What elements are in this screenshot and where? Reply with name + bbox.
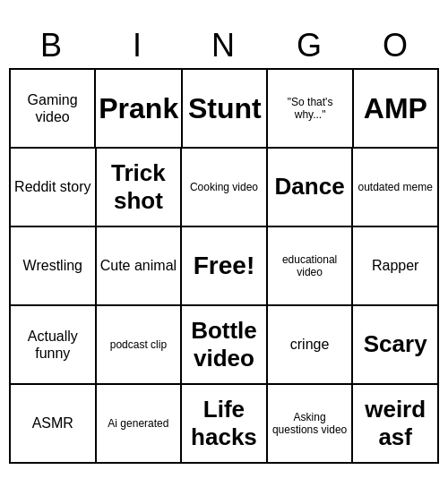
bingo-cell: cringe <box>268 306 354 385</box>
bingo-cell: Prank <box>96 70 183 149</box>
cell-text: Ai generated <box>108 417 168 430</box>
cell-text: Bottle video <box>185 317 263 372</box>
cell-text: Cute animal <box>100 257 177 274</box>
cell-text: podcast clip <box>110 338 167 351</box>
bingo-cell: outdated meme <box>353 149 439 227</box>
cell-text: Cooking video <box>190 181 258 193</box>
bingo-row: Reddit storyTrick shotCooking videoDance… <box>11 149 439 227</box>
bingo-cell: Actually funny <box>11 306 97 385</box>
header-letter: I <box>95 23 181 68</box>
bingo-cell: Stunt <box>183 70 268 149</box>
bingo-cell: Cute animal <box>97 227 183 306</box>
bingo-cell: Wrestling <box>11 227 97 306</box>
cell-text: outdated meme <box>358 181 432 193</box>
bingo-cell: weird asf <box>353 385 439 464</box>
bingo-cell: Scary <box>353 306 439 385</box>
cell-text: "So that's why..." <box>271 96 349 122</box>
bingo-cell: podcast clip <box>97 306 183 385</box>
cell-text: Free! <box>194 251 254 281</box>
bingo-card: BINGO Gaming videoPrankStunt"So that's w… <box>9 23 439 464</box>
bingo-cell: Life hacks <box>182 385 268 464</box>
header-letter: N <box>181 23 267 68</box>
bingo-cell: educational video <box>268 227 354 306</box>
cell-text: Life hacks <box>185 396 263 451</box>
bingo-cell: Free! <box>182 227 268 306</box>
cell-text: educational video <box>271 253 349 279</box>
bingo-cell: Rapper <box>353 227 439 306</box>
cell-text: cringe <box>290 336 330 353</box>
bingo-cell: Dance <box>268 149 354 227</box>
bingo-cell: ASMR <box>11 385 97 464</box>
bingo-row: Actually funnypodcast clipBottle videocr… <box>11 306 439 385</box>
cell-text: Stunt <box>188 91 262 125</box>
bingo-cell: Ai generated <box>97 385 183 464</box>
bingo-row: WrestlingCute animalFree!educational vid… <box>11 227 439 306</box>
cell-text: Prank <box>99 91 178 125</box>
cell-text: Gaming video <box>13 91 91 125</box>
header-letter: G <box>267 23 353 68</box>
bingo-grid: Gaming videoPrankStunt"So that's why..."… <box>9 68 439 464</box>
bingo-cell: Reddit story <box>11 149 97 227</box>
cell-text: AMP <box>364 91 427 125</box>
bingo-cell: Bottle video <box>182 306 268 385</box>
header-letter: B <box>9 23 95 68</box>
bingo-cell: Cooking video <box>182 149 268 227</box>
bingo-cell: Trick shot <box>97 149 183 227</box>
bingo-row: Gaming videoPrankStunt"So that's why..."… <box>11 70 439 149</box>
cell-text: Reddit story <box>14 178 90 195</box>
bingo-cell: Gaming video <box>11 70 96 149</box>
cell-text: Wrestling <box>23 257 82 274</box>
cell-text: Actually funny <box>13 328 92 362</box>
cell-text: Trick shot <box>99 159 178 215</box>
bingo-row: ASMRAi generatedLife hacksAsking questio… <box>11 385 439 464</box>
cell-text: Dance <box>275 173 345 201</box>
cell-text: Scary <box>364 330 427 358</box>
bingo-header: BINGO <box>9 23 439 68</box>
cell-text: ASMR <box>32 414 73 431</box>
bingo-cell: "So that's why..." <box>268 70 353 149</box>
cell-text: Rapper <box>372 257 418 274</box>
cell-text: weird asf <box>356 396 435 451</box>
bingo-cell: Asking questions video <box>268 385 354 464</box>
bingo-cell: AMP <box>354 70 439 149</box>
header-letter: O <box>353 23 439 68</box>
cell-text: Asking questions video <box>271 411 349 437</box>
